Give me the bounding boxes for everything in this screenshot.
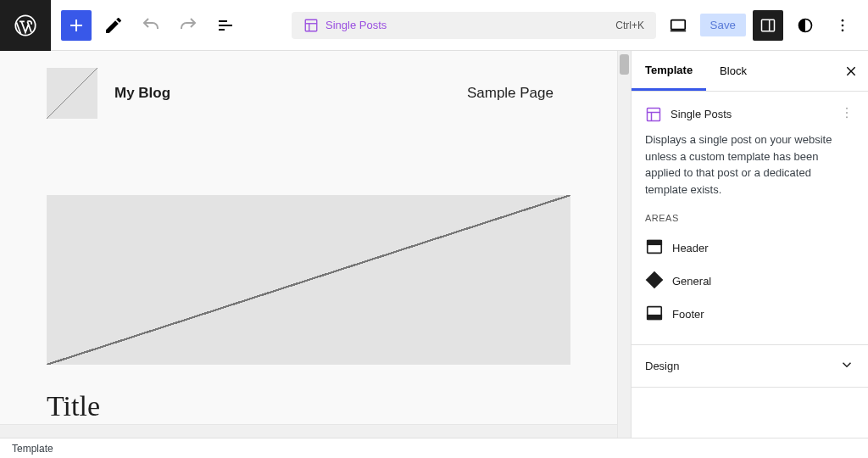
area-label: General [672,275,711,288]
svg-rect-1 [305,20,317,31]
nav-link-sample-page[interactable]: Sample Page [467,85,570,102]
site-logo-placeholder[interactable] [47,68,97,119]
document-overview-button[interactable] [210,10,241,41]
area-footer[interactable]: Footer [645,298,854,331]
wordpress-logo[interactable] [0,0,51,51]
command-center[interactable]: Single Posts Ctrl+K [292,12,656,39]
svg-rect-13 [648,108,660,120]
svg-rect-4 [670,20,685,29]
design-panel-label: Design [645,360,679,372]
header-area-icon [645,237,664,259]
settings-sidebar-toggle[interactable] [753,10,783,41]
general-area-icon [645,271,664,292]
tab-block[interactable]: Block [706,51,760,91]
svg-point-17 [846,112,848,114]
template-description: Displays a single post on your website u… [645,131,854,198]
areas-heading: AREAS [645,213,854,223]
chevron-down-icon [839,357,854,375]
add-block-button[interactable] [61,10,92,41]
template-icon [303,18,319,33]
editor-canvas[interactable]: My Blog Sample Page Title [0,51,631,438]
view-desktop-button[interactable] [663,10,693,41]
horizontal-scrollbar[interactable] [0,424,617,438]
area-header[interactable]: Header [645,232,854,265]
svg-point-8 [842,19,844,21]
redo-button[interactable] [173,10,203,41]
save-button[interactable]: Save [700,14,746,36]
area-label: Header [672,242,709,254]
footer-area-icon [645,304,664,325]
svg-point-18 [846,116,848,118]
template-name: Single Posts [670,108,732,120]
more-options-button[interactable] [827,10,858,41]
svg-point-10 [842,29,844,31]
post-title[interactable]: Title [47,390,570,422]
svg-point-9 [842,24,844,26]
template-icon [645,106,662,123]
command-center-shortcut: Ctrl+K [615,20,644,31]
area-general[interactable]: General [645,265,854,298]
styles-button[interactable] [790,10,821,41]
svg-rect-6 [762,20,775,31]
settings-sidebar: Template Block Single Posts Displays a s… [631,51,868,438]
breadcrumb-root[interactable]: Template [12,443,53,455]
breadcrumb-bar: Template [0,438,868,458]
featured-image-placeholder[interactable] [47,195,570,365]
template-actions-button[interactable] [839,105,854,123]
svg-rect-21 [646,271,664,289]
svg-rect-20 [648,241,662,245]
design-panel-toggle[interactable]: Design [632,345,868,388]
close-sidebar-button[interactable] [834,51,868,91]
area-label: Footer [672,308,704,321]
site-title[interactable]: My Blog [114,85,170,102]
undo-button[interactable] [136,10,166,41]
command-center-label: Single Posts [326,19,387,31]
vertical-scrollbar[interactable] [617,51,631,438]
tab-template[interactable]: Template [632,51,706,91]
edit-tool-button[interactable] [98,10,129,41]
svg-point-16 [846,108,848,109]
svg-rect-23 [648,316,662,320]
